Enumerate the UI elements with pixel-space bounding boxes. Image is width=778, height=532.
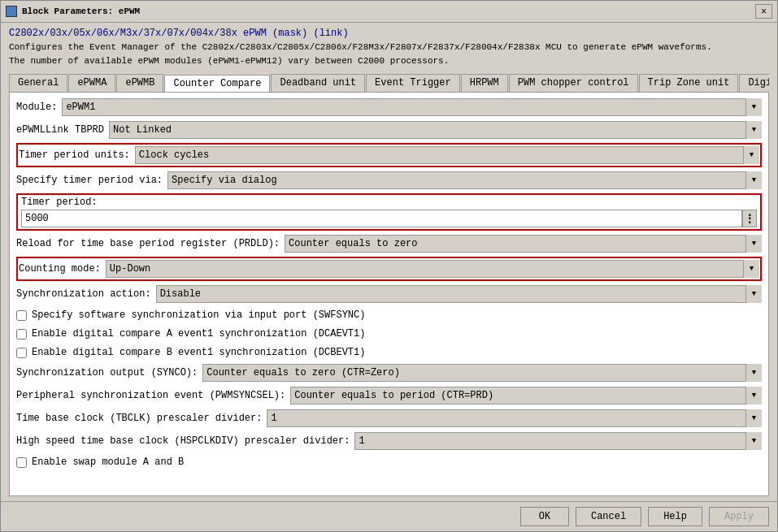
tab-hrpwm[interactable]: HRPWM: [461, 74, 508, 92]
sync-action-wrapper: Disable ▼: [156, 285, 762, 303]
swap-row: Enable swap module A and B: [16, 454, 762, 470]
module-select-wrapper: ePWM1 ▼: [62, 98, 762, 116]
tbclk-wrapper: 1 ▼: [267, 409, 762, 427]
pwmsyncsel-wrapper: Counter equals to period (CTR=PRD) ▼: [290, 387, 762, 404]
epwmlink-label: ePWMLLink TBPRD: [16, 124, 104, 136]
ok-button[interactable]: OK: [520, 507, 569, 526]
close-button[interactable]: ×: [755, 4, 772, 19]
sync-action-select[interactable]: Disable: [156, 285, 762, 303]
reload-select-wrapper: Counter equals to zero ▼: [285, 235, 762, 253]
checkbox3-row: Enable digital compare B event1 synchron…: [16, 344, 762, 361]
description: Configures the Event Manager of the C280…: [9, 41, 769, 67]
synco-label: Synchronization output (SYNCO):: [16, 367, 198, 378]
hspclkdiv-row: High speed time base clock (HSPCLKDIV) p…: [16, 431, 762, 451]
pwmsyncsel-row: Peripheral synchronization event (PWMSYN…: [16, 386, 762, 405]
specify-select-wrapper: Specify via dialog ▼: [167, 171, 762, 189]
synco-row: Synchronization output (SYNCO): Counter …: [16, 363, 762, 383]
timer-period-dots-button[interactable]: ⋮: [742, 210, 757, 227]
tbclk-select[interactable]: 1: [267, 409, 762, 427]
tab-trip-zone[interactable]: Trip Zone unit: [639, 74, 739, 92]
description-line1: Configures the Event Manager of the C280…: [9, 42, 712, 52]
checkbox3-label: Enable digital compare B event1 synchron…: [32, 347, 365, 358]
sync-action-label: Synchronization action:: [16, 288, 151, 300]
hspclkdiv-wrapper: 1 ▼: [354, 432, 762, 450]
tab-digital[interactable]: Digital: [739, 74, 769, 92]
counting-mode-select[interactable]: Up-Down: [106, 260, 759, 278]
checkbox3[interactable]: [16, 348, 27, 358]
counting-mode-label: Counting mode:: [19, 263, 101, 275]
cancel-button[interactable]: Cancel: [576, 507, 641, 526]
window-icon: [6, 6, 17, 17]
module-label: Module:: [16, 102, 57, 113]
pwmsyncsel-label: Peripheral synchronization event (PWMSYN…: [16, 390, 285, 401]
content-area: C2802x/03x/05x/06x/M3x/37x/07x/004x/38x …: [1, 23, 777, 501]
timer-period-units-label: Timer period units:: [19, 149, 130, 161]
title-bar-left: Block Parameters: ePWM: [6, 6, 140, 17]
tbclk-label: Time base clock (TBCLK) prescaler divide…: [16, 413, 262, 424]
timer-period-input[interactable]: [21, 210, 742, 227]
checkbox2-row: Enable digital compare A event1 synchron…: [16, 326, 762, 342]
timer-period-units-wrapper: Clock cycles ▼: [135, 146, 759, 164]
tabs-bar: General ePWMA ePWMB Counter Compare Dead…: [9, 74, 769, 93]
epwmlink-select-wrapper: Not Linked ▼: [109, 121, 762, 139]
synco-select[interactable]: Counter equals to zero (CTR=Zero): [202, 364, 762, 382]
checkbox1-label: Specify software synchronization via inp…: [32, 309, 365, 321]
counting-mode-highlighted: Counting mode: Up-Down ▼: [16, 257, 762, 281]
specify-row: Specify timer period via: Specify via di…: [16, 171, 762, 190]
hspclkdiv-select[interactable]: 1: [354, 432, 762, 450]
tab-epwma[interactable]: ePWMA: [68, 74, 115, 92]
main-window: Block Parameters: ePWM × C2802x/03x/05x/…: [0, 0, 778, 532]
timer-period-section: Timer period: ⋮: [16, 193, 762, 231]
specify-select[interactable]: Specify via dialog: [167, 171, 762, 189]
description-line2: The number of available ePWM modules (eP…: [9, 56, 449, 66]
timer-period-label: Timer period:: [21, 197, 757, 208]
epwmlink-select[interactable]: Not Linked: [109, 121, 762, 139]
swap-checkbox[interactable]: [16, 457, 27, 468]
tbclk-row: Time base clock (TBCLK) prescaler divide…: [16, 409, 762, 428]
timer-period-input-row: ⋮: [21, 210, 757, 227]
counting-mode-wrapper: Up-Down ▼: [106, 260, 759, 278]
tab-event-trigger[interactable]: Event Trigger: [366, 74, 460, 92]
timer-period-units-row: Timer period units: Clock cycles ▼: [19, 145, 759, 165]
footer: OK Cancel Help Apply: [1, 501, 777, 531]
apply-button[interactable]: Apply: [709, 507, 769, 526]
epwmlink-row: ePWMLLink TBPRD Not Linked ▼: [16, 120, 762, 140]
tab-deadband[interactable]: Deadband unit: [271, 74, 365, 92]
tab-general[interactable]: General: [9, 74, 67, 92]
pwmsyncsel-select[interactable]: Counter equals to period (CTR=PRD): [290, 387, 762, 404]
subtitle: C2802x/03x/05x/06x/M3x/37x/07x/004x/38x …: [9, 28, 769, 39]
module-row: Module: ePWM1 ▼: [16, 97, 762, 117]
title-bar: Block Parameters: ePWM ×: [1, 1, 777, 23]
checkbox2[interactable]: [16, 329, 27, 340]
tab-epwmb[interactable]: ePWMB: [116, 74, 163, 92]
reload-select[interactable]: Counter equals to zero: [285, 235, 762, 253]
module-select[interactable]: ePWM1: [62, 98, 762, 116]
help-button[interactable]: Help: [648, 507, 702, 526]
sync-action-row: Synchronization action: Disable ▼: [16, 284, 762, 304]
timer-period-units-select[interactable]: Clock cycles: [135, 146, 759, 164]
counting-mode-row: Counting mode: Up-Down ▼: [19, 259, 759, 279]
checkbox1[interactable]: [16, 310, 27, 321]
reload-row: Reload for time base period register (PR…: [16, 234, 762, 253]
hspclkdiv-label: High speed time base clock (HSPCLKDIV) p…: [16, 435, 350, 447]
tab-counter-compare[interactable]: Counter Compare: [164, 75, 270, 93]
window-title: Block Parameters: ePWM: [22, 6, 140, 16]
specify-label: Specify timer period via:: [16, 175, 163, 186]
timer-period-units-highlighted: Timer period units: Clock cycles ▼: [16, 143, 762, 167]
form-body: Module: ePWM1 ▼ ePWMLLink TBPRD Not Link…: [9, 93, 769, 496]
reload-label: Reload for time base period register (PR…: [16, 238, 280, 249]
synco-wrapper: Counter equals to zero (CTR=Zero) ▼: [202, 364, 762, 382]
swap-label: Enable swap module A and B: [32, 456, 184, 468]
tab-pwm-chopper[interactable]: PWM chopper control: [509, 74, 638, 92]
checkbox1-row: Specify software synchronization via inp…: [16, 307, 762, 323]
checkbox2-label: Enable digital compare A event1 synchron…: [32, 328, 365, 340]
